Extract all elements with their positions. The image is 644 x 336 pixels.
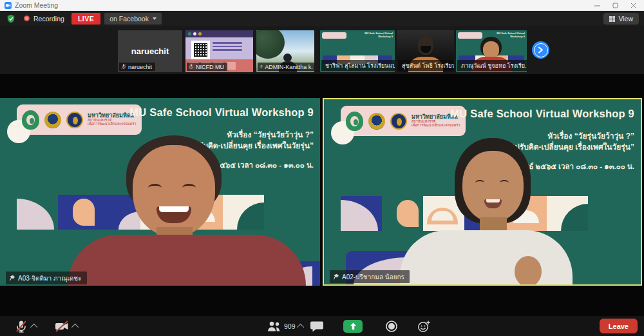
meeting-status-bar: Recording LIVE on Facebook View [0,11,644,26]
speaker-name-tag: A03-จิตติมา ภาณุเดชะ [6,272,87,284]
slide-header [185,30,253,37]
pin-icon [9,275,15,281]
video-tile-speaker-a03[interactable]: มหาวิทยาลัยมหิดล สถาบันแห่งชาติ เพื่อการ… [0,98,320,286]
share-screen-icon [343,320,363,333]
person-eye [475,180,484,186]
main-video-stage: มหาวิทยาลัยมหิดล สถาบันแห่งชาติ เพื่อการ… [0,74,644,316]
video-thumbnail-nicfd-mu[interactable]: NICFD MU [185,30,253,72]
participants-count: 909 [284,322,296,330]
mini-org-badge [322,32,346,39]
meeting-toolbar: 909 Leave [0,316,644,336]
video-thumbnail-suksan[interactable]: สุขสันต์ โพธิ โรงเรียนล่า... [397,30,454,72]
participant-name-label: ภาณุวัฒน์ ชูจอหอ โรงเรีย... [457,60,527,71]
org-badge: มหาวิทยาลัยมหิดล สถาบันแห่งชาติ เพื่อการ… [17,104,142,135]
speaker-name: A03-จิตติมา ภาณุเดชะ [18,273,82,283]
grid-view-icon [609,16,615,22]
person-face [462,151,524,222]
muted-mic-icon [189,64,194,70]
participants-icon [266,320,281,333]
video-thumbnail-naruechit[interactable]: naruechit naruechit [118,30,182,72]
speaker-name-tag: A02-ปรีชากมล น้อยกร [330,270,410,283]
muted-camera-icon [54,319,70,333]
mahidol-seal-icon [66,112,83,128]
qr-code [191,41,210,59]
workshop-title: MU Safe School Virtual Workshop 9 [129,106,314,119]
person-shirt [68,235,306,286]
participants-button[interactable]: 909 [266,316,304,336]
view-label: View [618,15,633,23]
chevron-down-icon [153,17,156,20]
participant-name-label: สุขสันต์ โพธิ โรงเรียนล่า... [398,60,454,71]
recording-dot-icon [24,15,30,21]
view-button[interactable]: View [603,13,639,25]
muted-mic-icon [121,64,126,70]
person-eye [182,184,196,192]
muted-mic-icon [14,319,28,333]
reactions-smiley-icon [417,320,431,333]
chevron-up-icon [296,323,303,330]
mini-org-badge [458,32,482,39]
nicfd-logo-icon [346,112,363,131]
record-icon [385,320,398,333]
mini-banner-title: MU Safe School Virtual Workshop 9 [354,32,393,38]
org-subline-2: เพื่อการพัฒนาเด็กและครอบครัว [412,124,460,128]
participant-name-label: NICFD MU [187,63,227,71]
org-text: มหาวิทยาลัยมหิดล สถาบันแห่งชาติ เพื่อการ… [88,113,136,126]
pin-icon [333,273,339,280]
maximize-button[interactable] [611,1,620,10]
record-button[interactable] [385,316,398,336]
chevron-up-icon [71,323,79,330]
university-emblem-icon [368,113,385,130]
reactions-button[interactable] [417,316,431,336]
video-thumbnail-admin[interactable]: ADMIN-Kanittha k. [256,30,314,72]
minimize-button[interactable] [592,1,601,10]
participant-name-label: ชาริฟา สุไลมาน โรงเรียนแบ... [321,60,395,71]
next-page-arrow-button[interactable] [532,41,549,59]
video-thumbnail-charifa[interactable]: MU Safe School Virtual Workshop 9 ชาริฟา… [320,30,395,72]
zoom-app-icon [5,2,12,9]
chat-icon [310,320,324,333]
live-destination-dropdown[interactable]: on Facebook [104,13,162,25]
share-screen-button[interactable] [343,316,363,336]
mute-button[interactable] [14,316,28,336]
nicfd-logo-icon [22,110,39,130]
participant-name-label: naruechit [119,63,155,71]
window-title: Zoom Meeting [15,1,58,9]
video-tile-speaker-a02[interactable]: มหาวิทยาลัยมหิดล สถาบันแห่งชาติ เพื่อการ… [323,98,642,286]
video-thumbnail-phanuwat[interactable]: MU Safe School Virtual Workshop 9 ภาณุวั… [456,30,527,72]
person-shirt [400,230,573,286]
person-face [483,41,499,59]
live-badge: LIVE [71,13,100,25]
video-button[interactable] [54,316,70,336]
participant-name-label: ADMIN-Kanittha k. [258,63,314,71]
muted-mic-icon [260,64,263,70]
video-options-chevron[interactable] [73,316,79,336]
org-badge: มหาวิทยาลัยมหิดล สถาบันแห่งชาติ เพื่อการ… [341,106,466,136]
recording-label: Recording [33,15,64,23]
leave-button[interactable]: Leave [600,319,638,333]
person-eye [500,180,509,186]
mahidol-seal-icon [390,113,407,130]
participant-filmstrip: naruechit naruechit NICFD MU ADMIN-Kanit… [0,26,644,74]
live-destination-label: on Facebook [109,15,149,23]
chevron-right-icon [538,46,544,54]
chat-button[interactable] [310,316,324,336]
security-shield-icon[interactable] [6,14,15,23]
mic-options-chevron[interactable] [32,316,37,336]
workshop-title: MU Safe School Virtual Workshop 9 [450,108,634,120]
org-subline-2: เพื่อการพัฒนาเด็กและครอบครัว [88,123,136,126]
chevron-up-icon [30,323,37,330]
speaker-name: A02-ปรีชากมล น้อยกร [342,272,404,282]
person-hand [515,256,542,286]
university-emblem-icon [44,112,61,128]
person-eye [148,184,162,192]
close-button[interactable] [629,1,638,10]
window-titlebar: Zoom Meeting [0,0,644,11]
slide-text-lines [213,42,242,53]
